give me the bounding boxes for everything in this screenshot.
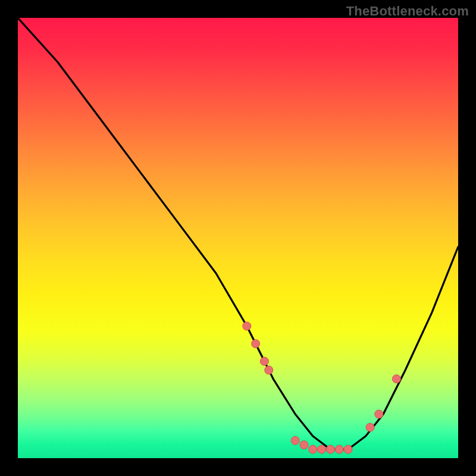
highlight-dot <box>252 340 260 348</box>
highlight-dot <box>366 423 374 431</box>
highlight-dot <box>309 445 317 453</box>
highlight-dot <box>291 436 299 444</box>
plot-area <box>18 18 458 458</box>
highlight-dot <box>300 441 308 449</box>
chart-svg <box>18 18 458 458</box>
highlight-dot <box>243 322 251 330</box>
highlight-dot <box>326 445 334 453</box>
highlight-dot <box>335 445 343 453</box>
highlight-dot <box>318 445 326 453</box>
highlight-dot <box>344 445 352 453</box>
highlight-dots <box>243 322 401 453</box>
highlight-dot <box>375 410 383 418</box>
highlight-dot <box>265 366 273 374</box>
bottleneck-curve <box>18 18 458 449</box>
highlight-dot <box>260 357 268 365</box>
watermark-text: TheBottleneck.com <box>346 4 469 19</box>
highlight-dot <box>392 375 400 383</box>
chart-container: TheBottleneck.com <box>0 0 476 476</box>
